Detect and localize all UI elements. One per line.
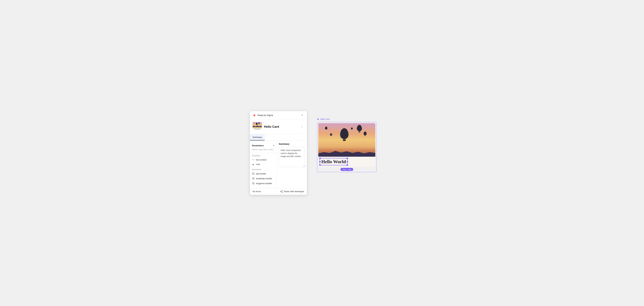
balloon-body-mid — [351, 127, 353, 130]
balloon-body-main — [340, 128, 348, 139]
relay-logo-icon — [252, 113, 256, 117]
no-errors-label: No errors — [252, 190, 261, 193]
more-options-button[interactable]: ⋮ — [300, 124, 304, 129]
share-label: Share with developer — [284, 190, 304, 193]
plugin-content: Summary Hello Card component used to dis… — [277, 141, 307, 188]
plugin-header: Relay for Figma × — [250, 111, 307, 119]
balloon-right — [357, 125, 362, 133]
handle-middle-left — [319, 161, 321, 162]
plugin-body: Parameters + Select a layer first to add… — [250, 141, 307, 188]
sidebar-item-tap-handler-label: tap-handler — [256, 172, 266, 175]
balloon-mid — [351, 127, 353, 130]
close-button[interactable]: × — [300, 113, 304, 117]
balloon-far-right — [364, 132, 366, 136]
sidebar-item-tap-handler[interactable]: tap-handler — [250, 171, 276, 176]
plugin-header-left: Relay for Figma — [252, 113, 273, 117]
sidebar-item-longpress-handler[interactable]: longpress-handler — [250, 181, 276, 186]
sidebar-item-text-content-label: text-content — [256, 159, 266, 161]
share-with-developer-button[interactable]: Share with developer — [280, 190, 304, 193]
summary-section-title: Summary — [279, 143, 305, 145]
plugin-sidebar: Parameters + Select a layer first to add… — [250, 141, 277, 188]
plugin-title: Relay for Figma — [258, 114, 273, 117]
card-outer-border: Hello World Hug × Hug — [317, 122, 377, 172]
longpress-handler-icon — [252, 182, 254, 185]
balloon-small — [330, 133, 332, 136]
summary-textarea[interactable]: Hello Card component used to display the… — [279, 147, 305, 167]
handle-top-right — [347, 158, 348, 159]
add-hint-text: Select a layer first to add a — [250, 148, 276, 153]
sidebar-item-color[interactable]: ◈ color — [250, 162, 276, 167]
balloon-body-small — [330, 133, 332, 136]
component-name: Hello Card — [264, 125, 279, 129]
properties-group-title: Properties — [250, 153, 276, 158]
balloon-basket-right — [358, 131, 360, 133]
balloon-basket-far-right — [364, 136, 366, 136]
plugin-footer: No errors Share with developer — [250, 188, 307, 195]
sidebar-item-doubletap-handler[interactable]: doubletap-handler — [250, 176, 276, 181]
mountain-silhouette — [318, 148, 375, 157]
text-content-icon: T — [252, 159, 254, 161]
share-icon — [280, 190, 283, 193]
balloon-basket-main — [343, 139, 346, 141]
svg-line-8 — [281, 191, 282, 191]
sidebar-item-color-label: color — [256, 163, 260, 165]
tab-bar: Summary — [250, 134, 307, 141]
balloon-scene — [318, 123, 375, 157]
app-container: Relay for Figma × Hello World Hello Card — [250, 111, 394, 195]
svg-point-1 — [254, 115, 255, 115]
tab-summary[interactable]: Summary — [250, 134, 265, 141]
sidebar-item-text-content[interactable]: T text-content — [250, 158, 276, 162]
card-component: Hello World — [318, 123, 375, 167]
interactions-group-title: Interactions — [250, 167, 276, 171]
handle-top-left — [319, 158, 321, 159]
plugin-window: Relay for Figma × Hello World Hello Card — [250, 111, 307, 195]
component-diamond-icon: ❖ — [317, 118, 319, 121]
balloon-body-left — [325, 127, 327, 130]
balloon-body-far-right — [364, 132, 366, 135]
handle-middle-right — [347, 161, 348, 162]
card-title-text: Hello World — [321, 159, 346, 164]
hug-badge: Hug × Hug — [340, 168, 353, 171]
params-title: Parameters — [252, 144, 264, 147]
balloon-left — [325, 127, 327, 130]
balloon-main — [340, 128, 348, 141]
hug-badge-wrapper: Hug × Hug — [318, 168, 375, 171]
tap-handler-icon — [252, 172, 254, 175]
component-header: Hello World Hello Card ⋮ — [250, 119, 307, 134]
handle-bottom-left — [319, 164, 321, 166]
card-text-area: Hello World — [318, 157, 375, 167]
svg-point-7 — [282, 192, 282, 193]
sidebar-item-longpress-handler-label: longpress-handler — [256, 182, 272, 185]
thumbnail-label: Hello World — [252, 128, 262, 130]
doubletap-handler-icon — [252, 177, 254, 180]
color-icon: ◈ — [252, 163, 254, 166]
component-header-left: Hello World Hello Card — [252, 122, 279, 131]
params-header: Parameters + — [250, 143, 276, 148]
sidebar-item-doubletap-handler-label: doubletap-handler — [256, 177, 272, 180]
handle-bottom-right — [347, 164, 348, 166]
balloon-body-right — [357, 125, 362, 131]
canvas-component-label: ❖ Hello Card — [317, 118, 388, 121]
card-title-wrapper: Hello World — [320, 158, 348, 165]
add-param-button[interactable]: + — [273, 144, 274, 147]
canvas-label-text: Hello Card — [320, 118, 330, 120]
component-thumbnail: Hello World — [252, 122, 262, 131]
thumbnail-sky — [252, 122, 262, 128]
svg-point-6 — [280, 191, 281, 192]
card-title-container: Hello World — [320, 158, 348, 165]
card-image — [318, 123, 375, 157]
canvas-area: ❖ Hello Card — [310, 111, 394, 179]
svg-line-9 — [281, 192, 282, 192]
svg-point-5 — [282, 190, 282, 191]
